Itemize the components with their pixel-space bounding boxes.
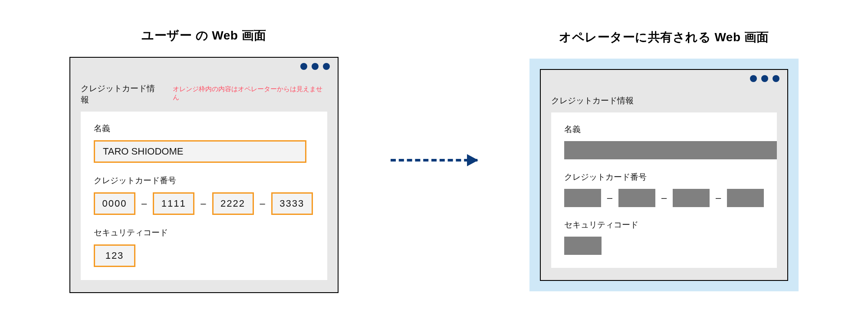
cc-label: クレジットカード番号 xyxy=(564,171,764,183)
cc-dash: – xyxy=(141,198,147,209)
cc-field-block: クレジットカード番号 – – – xyxy=(564,171,764,207)
security-code-input[interactable]: 123 xyxy=(94,244,135,267)
user-browser-window: クレジットカード情報 オレンジ枠内の内容はオペレーターからは見えません 名義 T… xyxy=(69,57,339,293)
operator-window-titlebar xyxy=(541,70,787,87)
diagram-canvas: ユーザー の Web 画面 クレジットカード情報 オレンジ枠内の内容はオペレータ… xyxy=(0,0,868,333)
masked-value-bar xyxy=(564,237,602,255)
window-dot-icon xyxy=(300,63,307,70)
cc-dash: – xyxy=(201,198,206,209)
credit-card-heading: クレジットカード情報 xyxy=(81,83,162,106)
user-header-row: クレジットカード情報 オレンジ枠内の内容はオペレーターからは見えません xyxy=(81,83,327,106)
operator-window-body: クレジットカード情報 名義 クレジットカード番号 – xyxy=(541,87,787,280)
cc-segment-input[interactable]: 3333 xyxy=(271,192,313,215)
name-label: 名義 xyxy=(94,123,314,134)
share-arrow-icon xyxy=(391,159,477,162)
cc-dash: – xyxy=(607,192,612,204)
window-dot-icon xyxy=(323,63,330,70)
operator-form-card: 名義 クレジットカード番号 – – – xyxy=(551,112,777,268)
operator-panel-title: オペレーターに共有される Web 画面 xyxy=(559,29,769,46)
cc-field-block: クレジットカード番号 0000 – 1111 – 2222 – 3333 xyxy=(94,175,314,215)
masked-value-bar xyxy=(564,141,777,159)
window-dot-icon xyxy=(761,75,768,82)
name-field-block: 名義 TARO SHIODOME xyxy=(94,123,314,163)
cc-segment-input[interactable]: 0000 xyxy=(94,192,135,215)
name-label: 名義 xyxy=(564,124,764,135)
operator-browser-window: クレジットカード情報 名義 クレジットカード番号 – xyxy=(540,69,788,281)
cc-segment-input[interactable]: 1111 xyxy=(153,192,194,215)
cc-segments-row: 0000 – 1111 – 2222 – 3333 xyxy=(94,192,314,215)
operator-panel-column: オペレーターに共有される Web 画面 クレジットカード情報 名義 xyxy=(529,29,799,291)
cc-label: クレジットカード番号 xyxy=(94,175,314,186)
name-input[interactable]: TARO SHIODOME xyxy=(94,140,306,163)
masked-value-bar xyxy=(727,189,764,207)
window-dot-icon xyxy=(312,63,319,70)
user-window-titlebar xyxy=(70,58,338,75)
window-dot-icon xyxy=(750,75,757,82)
user-panel-column: ユーザー の Web 画面 クレジットカード情報 オレンジ枠内の内容はオペレータ… xyxy=(69,27,339,293)
security-field-block: セキュリティコード xyxy=(564,219,764,255)
cc-dash: – xyxy=(661,192,667,204)
security-label: セキュリティコード xyxy=(94,227,314,238)
masked-value-bar xyxy=(673,189,710,207)
user-window-body: クレジットカード情報 オレンジ枠内の内容はオペレーターからは見えません 名義 T… xyxy=(70,75,338,292)
operator-outer-frame: クレジットカード情報 名義 クレジットカード番号 – xyxy=(529,59,799,291)
privacy-note: オレンジ枠内の内容はオペレーターからは見えません xyxy=(173,85,327,102)
cc-dash: – xyxy=(260,198,265,209)
masked-value-bar xyxy=(564,189,601,207)
user-form-card: 名義 TARO SHIODOME クレジットカード番号 0000 – 1111 … xyxy=(81,112,327,280)
cc-segment-input[interactable]: 2222 xyxy=(212,192,254,215)
share-arrow-wrap xyxy=(391,30,477,290)
security-label: セキュリティコード xyxy=(564,219,764,231)
masked-value-bar xyxy=(618,189,655,207)
operator-header-row: クレジットカード情報 xyxy=(551,95,777,106)
credit-card-heading: クレジットカード情報 xyxy=(551,95,634,106)
user-panel-title: ユーザー の Web 画面 xyxy=(141,27,266,44)
cc-dash: – xyxy=(716,192,721,204)
cc-segments-row: – – – xyxy=(564,189,764,207)
security-field-block: セキュリティコード 123 xyxy=(94,227,314,267)
name-field-block: 名義 xyxy=(564,124,764,159)
window-dot-icon xyxy=(773,75,779,82)
